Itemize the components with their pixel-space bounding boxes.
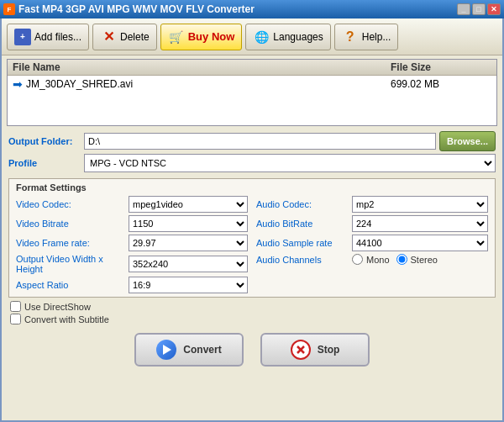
title-bar: F Fast MP4 3GP AVI MPG WMV MOV FLV Conve… <box>0 0 504 18</box>
output-folder-input[interactable] <box>84 133 436 150</box>
minimize-button[interactable]: _ <box>457 3 470 15</box>
subtitle-row: Convert with Subtitle <box>10 314 494 324</box>
video-bitrate-row: Video Bitrate 1150 <box>16 215 248 232</box>
languages-label: Languages <box>273 31 323 43</box>
convert-icon <box>156 340 176 360</box>
languages-icon: 🌐 <box>253 29 270 45</box>
maximize-button[interactable]: □ <box>472 3 486 15</box>
directshow-row: Use DirectShow <box>10 301 494 312</box>
stop-label: Stop <box>318 344 340 356</box>
add-icon: + <box>14 29 31 45</box>
video-codec-label: Video Codec: <box>16 199 125 209</box>
checkbox-section: Use DirectShow Convert with Subtitle <box>2 298 502 328</box>
stop-button[interactable]: Stop <box>260 333 370 367</box>
audio-codec-row: Audio Codec: mp2 <box>256 196 488 213</box>
video-framerate-row: Video Frame rate: 29.97 <box>16 235 248 251</box>
file-arrow-icon: ➡ <box>13 77 23 91</box>
delete-label: Delete <box>120 31 150 43</box>
aspect-ratio-label: Aspect Ratio <box>16 280 125 290</box>
video-codec-row: Video Codec: mpeg1video <box>16 196 248 213</box>
close-button[interactable]: ✕ <box>487 3 501 15</box>
help-button[interactable]: ? Help... <box>334 24 399 50</box>
app-icon: F <box>3 3 15 15</box>
audio-samplerate-label: Audio Sample rate <box>256 238 349 248</box>
audio-codec-label: Audio Codec: <box>256 199 349 209</box>
file-list-area: File Name File Size ➡ JM_30DAY_SHRED.avi… <box>7 59 497 126</box>
subtitle-label: Convert with Subtitle <box>24 314 109 324</box>
help-label: Help... <box>362 31 391 43</box>
video-size-select[interactable]: 352x240 <box>129 256 248 272</box>
buy-now-label: Buy Now <box>188 30 235 43</box>
stop-icon <box>291 340 311 360</box>
languages-button[interactable]: 🌐 Languages <box>245 24 330 50</box>
app-title: Fast MP4 3GP AVI MPG WMV MOV FLV Convert… <box>18 3 255 15</box>
video-framerate-select[interactable]: 29.97 <box>129 235 248 251</box>
stereo-radio-group: Stereo <box>396 254 438 265</box>
mono-label: Mono <box>366 255 390 265</box>
svg-marker-0 <box>163 345 171 355</box>
audio-channels-row: Audio Channels Mono Stereo <box>256 254 488 265</box>
video-size-label: Output Video Width x Height <box>16 254 125 274</box>
add-files-button[interactable]: + Add files... <box>7 24 89 50</box>
profile-row: Profile MPG - VCD NTSC <box>8 154 496 172</box>
format-settings: Format Settings Video Codec: mpeg1video … <box>8 178 496 298</box>
bottom-buttons: Convert Stop <box>2 328 502 373</box>
filename-column-header: File Name <box>13 61 391 73</box>
directshow-label: Use DirectShow <box>24 302 91 312</box>
aspect-ratio-select[interactable]: 16:9 <box>129 277 248 293</box>
browse-button[interactable]: Browse... <box>439 131 496 151</box>
mono-radio-group: Mono <box>352 254 390 265</box>
filesize-column-header: File Size <box>391 61 491 73</box>
audio-codec-select[interactable]: mp2 <box>352 196 488 213</box>
format-settings-title: Format Settings <box>16 182 488 193</box>
audio-samplerate-select[interactable]: 44100 <box>352 235 488 251</box>
add-files-label: Add files... <box>34 31 81 43</box>
file-size-cell: 699.02 MB <box>391 78 491 90</box>
profile-select[interactable]: MPG - VCD NTSC <box>84 154 496 172</box>
table-row[interactable]: ➡ JM_30DAY_SHRED.avi 699.02 MB <box>8 76 496 92</box>
cart-icon: 🛒 <box>168 29 185 45</box>
aspect-ratio-row: Aspect Ratio 16:9 <box>16 277 248 293</box>
output-folder-label: Output Folder: <box>8 136 84 146</box>
convert-button[interactable]: Convert <box>134 333 244 367</box>
directshow-checkbox[interactable] <box>10 301 21 312</box>
output-folder-row: Output Folder: Browse... <box>8 131 496 151</box>
file-list-header: File Name File Size <box>8 60 496 76</box>
profile-label: Profile <box>8 158 84 168</box>
video-bitrate-label: Video Bitrate <box>16 219 125 229</box>
stereo-radio[interactable] <box>396 254 407 265</box>
video-framerate-label: Video Frame rate: <box>16 238 125 248</box>
audio-bitrate-label: Audio BitRate <box>256 219 349 229</box>
video-bitrate-select[interactable]: 1150 <box>129 215 248 232</box>
subtitle-checkbox[interactable] <box>10 314 21 324</box>
delete-button[interactable]: ✕ Delete <box>92 24 157 50</box>
video-codec-select[interactable]: mpeg1video <box>129 196 248 213</box>
audio-channels-label: Audio Channels <box>256 255 349 265</box>
delete-icon: ✕ <box>100 29 117 45</box>
audio-bitrate-row: Audio BitRate 224 <box>256 215 488 232</box>
help-icon: ? <box>342 29 359 45</box>
buy-now-button[interactable]: 🛒 Buy Now <box>160 24 243 50</box>
toolbar: + Add files... ✕ Delete 🛒 Buy Now 🌐 Lang… <box>2 18 502 55</box>
audio-bitrate-select[interactable]: 224 <box>352 215 488 232</box>
video-size-row: Output Video Width x Height 352x240 <box>16 254 248 274</box>
convert-label: Convert <box>183 344 221 356</box>
mono-radio[interactable] <box>352 254 363 265</box>
audio-samplerate-row: Audio Sample rate 44100 <box>256 235 488 251</box>
stereo-label: Stereo <box>411 255 438 265</box>
file-name-cell: JM_30DAY_SHRED.avi <box>26 78 391 90</box>
